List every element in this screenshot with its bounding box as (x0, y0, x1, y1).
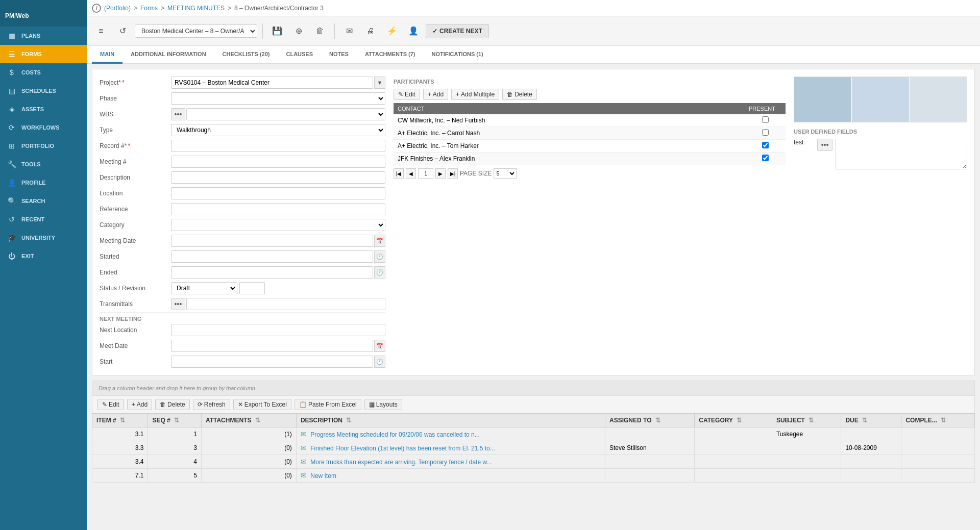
grid-layouts-btn[interactable]: ▦ Layouts (364, 399, 402, 410)
menu-button[interactable]: ≡ (92, 22, 110, 40)
tab-attachments[interactable]: ATTACHMENTS (7) (357, 46, 424, 64)
meeting-input[interactable]: 8 (171, 156, 385, 168)
reference-input[interactable] (171, 203, 385, 215)
first-page-btn[interactable]: |◀ (394, 168, 404, 179)
sidebar-item-plans[interactable]: ▦ PLANS (0, 27, 87, 45)
sidebar-item-tools[interactable]: 🔧 TOOLS (0, 155, 87, 173)
tab-clauses[interactable]: CLAUSES (278, 46, 321, 64)
project-input[interactable] (171, 77, 373, 89)
create-next-button[interactable]: ✓ CREATE NEXT (426, 24, 489, 38)
prev-page-btn[interactable]: ◀ (406, 168, 416, 179)
col-subject-header[interactable]: SUBJECT ⇅ (772, 414, 841, 427)
participant-present[interactable] (745, 127, 786, 140)
type-select[interactable]: Walkthrough (171, 124, 385, 136)
revision-input[interactable]: 0 (239, 282, 265, 294)
user-button[interactable]: 👤 (404, 22, 423, 40)
sidebar-item-portfolio[interactable]: ⊞ PORTFOLIO (0, 137, 87, 155)
location-input[interactable]: Main Office (171, 187, 385, 199)
udf-textarea[interactable] (836, 139, 967, 169)
add-button[interactable]: ⊕ (289, 22, 308, 40)
meeting-date-cal-btn[interactable]: 📅 (374, 235, 385, 247)
phase-select[interactable] (171, 92, 385, 105)
col-desc-header[interactable]: DESCRIPTION ⇅ (296, 414, 605, 427)
ended-clock-btn[interactable]: 🕐 (374, 266, 385, 279)
status-select[interactable]: Draft (171, 282, 237, 294)
started-input[interactable] (171, 250, 373, 263)
grid-edit-btn[interactable]: ✎ Edit (97, 399, 124, 410)
grid-paste-btn[interactable]: 📋 Paste From Excel (295, 399, 361, 410)
col-assigned-header[interactable]: ASSIGNED TO ⇅ (605, 414, 695, 427)
participants-add-multiple-btn[interactable]: + Add Multiple (451, 89, 499, 100)
participants-edit-btn[interactable]: ✎ Edit (394, 89, 420, 100)
present-checkbox[interactable] (762, 116, 769, 123)
meeting-date-input[interactable] (171, 235, 373, 247)
delete-button[interactable]: 🗑 (311, 22, 329, 40)
started-clock-btn[interactable]: 🕐 (374, 250, 385, 263)
next-location-input[interactable] (171, 324, 385, 336)
transmittals-input[interactable]: 2 (186, 298, 385, 310)
participant-present[interactable] (745, 153, 786, 165)
wbs-select[interactable] (186, 108, 385, 120)
participants-add-btn[interactable]: + Add (423, 89, 448, 100)
lightning-button[interactable]: ⚡ (383, 22, 401, 40)
save-button[interactable]: 💾 (268, 22, 286, 40)
page-size-select[interactable]: 5 10 20 (494, 168, 517, 179)
participants-delete-btn[interactable]: 🗑 Delete (502, 89, 537, 100)
col-attach-header[interactable]: ATTACHMENTS ⇅ (201, 414, 296, 427)
tab-main[interactable]: MAIN (92, 46, 122, 64)
col-item-header[interactable]: ITEM # ⇅ (92, 414, 148, 427)
tab-checklists[interactable]: CHECKLISTS (20) (214, 46, 278, 64)
breadcrumb-forms[interactable]: Forms (140, 5, 158, 12)
print-button[interactable]: 🖨 (361, 22, 380, 40)
transmittals-dots-btn[interactable]: ••• (171, 298, 185, 310)
undo-button[interactable]: ↺ (113, 22, 132, 40)
tab-notifications[interactable]: NOTIFICATIONS (1) (424, 46, 492, 64)
desc-link[interactable]: More trucks than expected are arriving. … (310, 459, 492, 466)
email-button[interactable]: ✉ (340, 22, 358, 40)
last-page-btn[interactable]: ▶| (448, 168, 458, 179)
sidebar-item-schedules[interactable]: ▤ SCHEDULES (0, 82, 87, 100)
grid-refresh-btn[interactable]: ⟳ Refresh (193, 399, 230, 410)
sidebar-item-exit[interactable]: ⏻ EXIT (0, 247, 87, 265)
sidebar-item-recent[interactable]: ↺ RECENT (0, 210, 87, 229)
tab-additional[interactable]: ADDITIONAL INFORMATION (122, 46, 214, 64)
sidebar-item-university[interactable]: 🎓 UNIVERSITY (0, 229, 87, 247)
col-category-header[interactable]: CATEGORY ⇅ (695, 414, 772, 427)
sidebar-item-search[interactable]: 🔍 SEARCH (0, 192, 87, 210)
grid-export-btn[interactable]: ✕ Export To Excel (233, 399, 291, 410)
present-checkbox[interactable] (762, 155, 769, 161)
col-seq-header[interactable]: SEQ # ⇅ (148, 414, 201, 427)
meet-date-cal-btn[interactable]: 📅 (374, 340, 385, 352)
page-number[interactable] (418, 168, 433, 179)
breadcrumb-meeting[interactable]: MEETING MINUTES (167, 5, 225, 12)
udf-dots-btn[interactable]: ••• (817, 139, 832, 151)
next-page-btn[interactable]: ▶ (435, 168, 446, 179)
sidebar-item-costs[interactable]: $ COSTS (0, 63, 87, 82)
present-checkbox[interactable] (762, 142, 769, 148)
grid-add-btn[interactable]: + Add (127, 399, 152, 410)
sidebar-item-workflows[interactable]: ⟳ WORKFLOWS (0, 118, 87, 137)
wbs-dots-btn[interactable]: ••• (171, 108, 185, 120)
start-clock-btn[interactable]: 🕐 (374, 356, 385, 368)
start-input[interactable] (171, 356, 373, 368)
col-due-header[interactable]: DUE ⇅ (841, 414, 901, 427)
sidebar-item-forms[interactable]: ☰ FORMS (0, 45, 87, 63)
participant-present[interactable] (745, 140, 786, 153)
breadcrumb-portfolio[interactable]: (Portfolio) (104, 5, 131, 12)
sidebar-item-profile[interactable]: 👤 PROFILE (0, 173, 87, 192)
desc-link[interactable]: Finished Floor Elevation (1st level) has… (310, 445, 495, 452)
col-complete-header[interactable]: COMPLE... ⇅ (901, 414, 975, 427)
present-checkbox[interactable] (762, 129, 769, 136)
tab-notes[interactable]: NOTES (321, 46, 357, 64)
record-input[interactable]: A0001 (171, 140, 385, 152)
meet-date-input[interactable] (171, 340, 373, 352)
sidebar-item-assets[interactable]: ◈ ASSETS (0, 100, 87, 118)
grid-delete-btn[interactable]: 🗑 Delete (155, 399, 190, 410)
category-select[interactable] (171, 219, 385, 231)
desc-link[interactable]: New Item (310, 472, 336, 479)
desc-link[interactable]: Progress Meeting scheduled for 09/20/06 … (310, 431, 480, 438)
record-select[interactable]: Boston Medical Center – 8 – Owner/A (135, 24, 257, 38)
info-icon[interactable]: i (92, 4, 101, 13)
description-input[interactable]: Owner/Architect/Contractor 3 (171, 171, 385, 184)
ended-input[interactable] (171, 266, 373, 279)
